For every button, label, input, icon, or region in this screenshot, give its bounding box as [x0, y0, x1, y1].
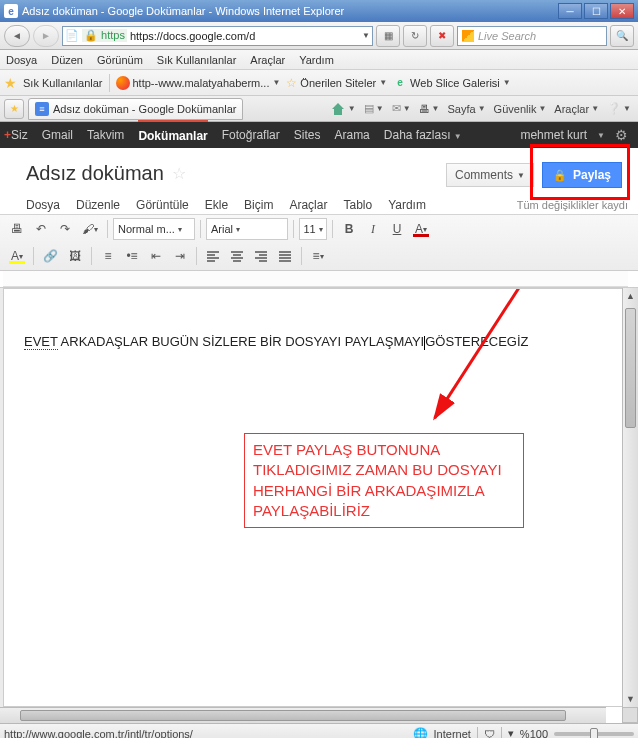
- bookmark-item-0[interactable]: http--www.malatyahaberm... ▼: [116, 76, 281, 90]
- gbar-sites[interactable]: Sites: [294, 128, 321, 142]
- stop-button[interactable]: ✖: [430, 25, 454, 47]
- bulleted-list-button[interactable]: •≡: [121, 245, 143, 267]
- docs-menu-duzenle[interactable]: Düzenle: [76, 198, 120, 212]
- underline-button[interactable]: U: [386, 218, 408, 240]
- favorites-label[interactable]: Sık Kullanılanlar: [23, 77, 103, 89]
- gbar-dokumanlar[interactable]: Dokümanlar: [138, 120, 207, 146]
- menu-gorunum[interactable]: Görünüm: [97, 54, 143, 66]
- body-word: GÖSTERECEGİZ: [425, 334, 528, 349]
- align-justify-button[interactable]: [274, 245, 296, 267]
- favorites-button[interactable]: ★: [4, 99, 24, 119]
- paint-format-button[interactable]: 🖌▾: [78, 218, 102, 240]
- horizontal-scrollbar[interactable]: [0, 707, 606, 723]
- back-button[interactable]: ◄: [4, 25, 30, 47]
- home-button[interactable]: ▼: [327, 98, 359, 120]
- address-history-dropdown[interactable]: ▼: [362, 31, 370, 40]
- font-select[interactable]: Arial▾: [206, 218, 288, 240]
- annotation-highlight-box: [530, 144, 630, 200]
- safety-menu[interactable]: Güvenlik ▼: [491, 98, 550, 120]
- help-button[interactable]: ❔▼: [604, 98, 634, 120]
- align-right-button[interactable]: [250, 245, 272, 267]
- search-box[interactable]: Live Search: [457, 26, 607, 46]
- image-button[interactable]: 🖼: [64, 245, 86, 267]
- zoom-down-icon[interactable]: ▾: [508, 727, 514, 738]
- vertical-scrollbar[interactable]: ▲ ▼: [622, 288, 638, 707]
- docs-menu-bicim[interactable]: Biçim: [244, 198, 273, 212]
- gear-icon[interactable]: ⚙: [615, 127, 628, 143]
- close-button[interactable]: ✕: [610, 3, 634, 19]
- docs-header: Adsız doküman ☆ Comments ▼ 🔒 Paylaş Dosy…: [0, 148, 638, 214]
- numbered-list-button[interactable]: ≡: [97, 245, 119, 267]
- text-color-button[interactable]: A▾: [410, 218, 432, 240]
- window-controls: ─ ☐ ✕: [558, 3, 634, 19]
- align-center-button[interactable]: [226, 245, 248, 267]
- separator: [332, 220, 333, 238]
- gbar-plus[interactable]: ++SizSiz: [4, 128, 28, 142]
- maximize-button[interactable]: ☐: [584, 3, 608, 19]
- gbar-more[interactable]: Daha fazlası ▼: [384, 128, 462, 142]
- scroll-thumb[interactable]: [625, 308, 636, 428]
- zoom-knob[interactable]: [590, 728, 598, 739]
- zoom-slider[interactable]: [554, 732, 634, 736]
- compat-view-button[interactable]: ▦: [376, 25, 400, 47]
- italic-button[interactable]: I: [362, 218, 384, 240]
- gbar-gmail[interactable]: Gmail: [42, 128, 73, 142]
- search-go-button[interactable]: 🔍: [610, 25, 634, 47]
- docs-menu-goruntule[interactable]: Görüntüle: [136, 198, 189, 212]
- refresh-button[interactable]: ↻: [403, 25, 427, 47]
- scroll-thumb[interactable]: [20, 710, 566, 721]
- ie-icon: e: [393, 76, 407, 90]
- gbar-arama[interactable]: Arama: [334, 128, 369, 142]
- align-left-button[interactable]: [202, 245, 224, 267]
- favorites-star-icon[interactable]: ★: [4, 75, 17, 91]
- font-size-select[interactable]: 11▾: [299, 218, 327, 240]
- gbar-user[interactable]: mehmet kurt: [520, 128, 587, 142]
- docs-menu-ekle[interactable]: Ekle: [205, 198, 228, 212]
- doc-title[interactable]: Adsız doküman ☆: [26, 162, 186, 185]
- chevron-down-icon: ▼: [379, 78, 387, 87]
- print-button[interactable]: 🖶▼: [416, 98, 443, 120]
- menu-duzen[interactable]: Düzen: [51, 54, 83, 66]
- indent-button[interactable]: ⇥: [169, 245, 191, 267]
- window-titlebar: e Adsız doküman - Google Dokümanlar - Wi…: [0, 0, 638, 22]
- bold-button[interactable]: B: [338, 218, 360, 240]
- feeds-button[interactable]: ▤▼: [361, 98, 387, 120]
- doc-page[interactable]: EVET ARKADAŞLAR BUGÜN SİZLERE BİR DOSYAY…: [3, 288, 628, 707]
- forward-button[interactable]: ►: [33, 25, 59, 47]
- page-menu[interactable]: Sayfa ▼: [445, 98, 489, 120]
- style-select[interactable]: Normal m...▾: [113, 218, 195, 240]
- star-outline-icon[interactable]: ☆: [172, 164, 186, 183]
- minimize-button[interactable]: ─: [558, 3, 582, 19]
- scroll-up-button[interactable]: ▲: [623, 288, 638, 304]
- address-bar[interactable]: 📄 🔒 https https://docs.google.com/d ▼: [62, 26, 373, 46]
- docs-menu-yardim[interactable]: Yardım: [388, 198, 426, 212]
- line-spacing-button[interactable]: ≡▾: [307, 245, 329, 267]
- chevron-down-icon: ▼: [503, 78, 511, 87]
- tools-menu[interactable]: Araçlar ▼: [551, 98, 602, 120]
- print-button[interactable]: 🖶: [6, 218, 28, 240]
- browser-tab[interactable]: ≡ Adsız doküman - Google Dokümanlar: [28, 98, 243, 120]
- menu-araclar[interactable]: Araçlar: [250, 54, 285, 66]
- ruler[interactable]: [3, 271, 628, 287]
- docs-menu-araclar[interactable]: Araçlar: [289, 198, 327, 212]
- mail-button[interactable]: ✉▼: [389, 98, 414, 120]
- redo-button[interactable]: ↷: [54, 218, 76, 240]
- highlight-button[interactable]: A▾: [6, 245, 28, 267]
- outdent-button[interactable]: ⇤: [145, 245, 167, 267]
- undo-button[interactable]: ↶: [30, 218, 52, 240]
- bookmark-item-1[interactable]: ☆ Önerilen Siteler ▼: [286, 76, 387, 90]
- docs-menu-tablo[interactable]: Tablo: [343, 198, 372, 212]
- zoom-label[interactable]: %100: [520, 728, 548, 739]
- menu-sik[interactable]: Sık Kullanılanlar: [157, 54, 237, 66]
- chevron-down-icon: ▼: [272, 78, 280, 87]
- bookmark-item-2[interactable]: e Web Slice Galerisi ▼: [393, 76, 511, 90]
- menu-yardim[interactable]: Yardım: [299, 54, 334, 66]
- link-button[interactable]: 🔗: [39, 245, 62, 267]
- gbar-takvim[interactable]: Takvim: [87, 128, 124, 142]
- comments-button[interactable]: Comments ▼: [446, 163, 534, 187]
- scroll-down-button[interactable]: ▼: [623, 691, 638, 707]
- docs-menu-dosya[interactable]: Dosya: [26, 198, 60, 212]
- gbar-fotograflar[interactable]: Fotoğraflar: [222, 128, 280, 142]
- body-word: ARKADAŞLAR BUGÜN SİZLERE BİR DOSYAYI PAY…: [58, 334, 425, 349]
- menu-dosya[interactable]: Dosya: [6, 54, 37, 66]
